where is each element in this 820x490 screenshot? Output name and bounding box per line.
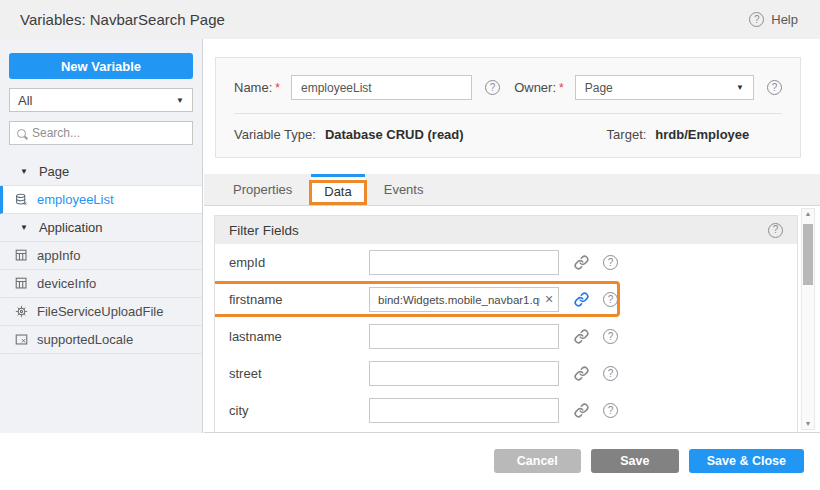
tab-label: Data	[324, 184, 351, 199]
sidebar-item-label: deviceInfo	[37, 276, 96, 291]
chevron-down-icon: ▼	[736, 83, 744, 92]
data-tab-content: Filter Fields ? empId?firstname×?lastnam…	[204, 206, 820, 433]
filter-field-help-icon[interactable]: ?	[603, 403, 618, 418]
locale-icon	[14, 333, 28, 346]
sidebar-item-label: supportedLocale	[37, 332, 133, 347]
page-title: Variables: NavbarSearch Page	[20, 11, 225, 28]
dialog-footer: CancelSaveSave & Close	[0, 433, 820, 490]
sidebar-item-deviceinfo[interactable]: deviceInfo	[0, 270, 202, 298]
tab-properties[interactable]: Properties	[214, 174, 311, 205]
filter-field-label: firstname	[229, 292, 369, 307]
tree-group-page[interactable]: ▼Page	[0, 158, 202, 186]
bind-link-icon[interactable]	[574, 366, 589, 381]
filter-field-input[interactable]	[369, 250, 559, 275]
filter-field-help-icon[interactable]: ?	[603, 366, 618, 381]
scrollbar-track[interactable]	[802, 219, 814, 419]
owner-value: Page	[585, 81, 613, 95]
bind-link-icon[interactable]	[574, 329, 589, 344]
target-value: hrdb/Employee	[655, 127, 749, 142]
chevron-down-icon: ▼	[176, 96, 184, 105]
collapse-icon: ▼	[20, 167, 28, 176]
clear-binding-icon[interactable]: ×	[541, 288, 557, 309]
gear-icon	[14, 305, 28, 318]
variable-type-filter-value: All	[18, 93, 32, 108]
grid-icon	[14, 277, 28, 290]
sidebar-item-label: appInfo	[37, 248, 80, 263]
tree-group-label: Page	[39, 164, 69, 179]
sidebar-item-employeelist[interactable]: employeeList	[0, 186, 202, 214]
filter-field-label: street	[229, 366, 369, 381]
filter-field-help-icon[interactable]: ?	[603, 329, 618, 344]
sidebar-item-appinfo[interactable]: appInfo	[0, 242, 202, 270]
filter-field-help-icon[interactable]: ?	[603, 292, 618, 307]
variables-tree: ▼PageemployeeList▼ApplicationappInfodevi…	[0, 158, 202, 354]
tab-data[interactable]: Data	[311, 174, 364, 205]
save-button[interactable]: Save	[591, 449, 679, 473]
help-button[interactable]: ? Help	[749, 12, 798, 27]
bind-link-icon[interactable]	[574, 255, 589, 270]
target-label: Target:	[607, 127, 647, 142]
new-variable-button[interactable]: New Variable	[9, 53, 193, 79]
help-icon: ?	[749, 12, 764, 27]
variable-detail-panel: Name:* ? Owner:* Page ▼ ? Variable Type:…	[204, 39, 820, 433]
tree-group-application[interactable]: ▼Application	[0, 214, 202, 242]
scroll-down-icon[interactable]: ▼	[805, 419, 812, 429]
detail-tabbar: PropertiesDataEvents	[204, 174, 820, 206]
search-box	[9, 121, 193, 145]
bind-link-icon[interactable]	[574, 403, 589, 418]
name-help-icon[interactable]: ?	[485, 80, 500, 95]
search-icon	[17, 129, 26, 138]
sidebar-item-supportedlocale[interactable]: supportedLocale	[0, 326, 202, 354]
variable-type-filter-select[interactable]: All ▼	[9, 88, 193, 112]
tab-events[interactable]: Events	[365, 174, 443, 205]
filter-row-firstname: firstname×?	[215, 281, 797, 318]
grid-icon	[14, 249, 28, 262]
owner-label: Owner:*	[514, 80, 564, 95]
variable-info-panel: Name:* ? Owner:* Page ▼ ? Variable Type:…	[215, 57, 801, 158]
filter-row-city: city?	[215, 392, 797, 429]
variable-name-input[interactable]	[291, 75, 472, 100]
panel-divider	[234, 113, 782, 114]
filter-field-input-wrap	[369, 361, 559, 386]
tab-label: Properties	[233, 182, 292, 197]
filter-row-lastname: lastname?	[215, 318, 797, 355]
search-input[interactable]	[32, 126, 182, 140]
help-label: Help	[771, 12, 798, 27]
required-asterisk: *	[275, 81, 280, 95]
dialog-header: Variables: NavbarSearch Page ? Help	[0, 0, 820, 39]
filter-field-input-wrap	[369, 324, 559, 349]
variable-type-label: Variable Type:	[234, 127, 316, 142]
scroll-up-icon[interactable]: ▲	[805, 209, 812, 219]
filter-row-street: street?	[215, 355, 797, 392]
filter-field-help-icon[interactable]: ?	[603, 255, 618, 270]
filter-field-label: empId	[229, 255, 369, 270]
filter-field-input-wrap	[369, 398, 559, 423]
variables-sidebar: New Variable All ▼ ▼PageemployeeList▼App…	[0, 39, 203, 433]
filter-field-input-wrap: ×	[369, 287, 559, 312]
variable-type-value: Database CRUD (read)	[325, 127, 464, 142]
cancel-button[interactable]: Cancel	[494, 449, 581, 473]
database-icon	[14, 193, 28, 206]
vertical-scrollbar[interactable]: ▲ ▼	[801, 208, 815, 430]
bind-link-icon[interactable]	[574, 292, 589, 307]
owner-help-icon[interactable]: ?	[767, 80, 782, 95]
filter-field-input[interactable]	[369, 287, 559, 312]
filter-field-label: lastname	[229, 329, 369, 344]
scrollbar-thumb[interactable]	[803, 224, 813, 285]
owner-select[interactable]: Page ▼	[575, 75, 754, 100]
filter-field-input-wrap	[369, 250, 559, 275]
sidebar-item-fileserviceuploadfile[interactable]: FileServiceUploadFile	[0, 298, 202, 326]
save-close-button[interactable]: Save & Close	[689, 449, 804, 473]
filter-field-input[interactable]	[369, 324, 559, 349]
filter-field-input[interactable]	[369, 361, 559, 386]
tab-label: Events	[384, 182, 424, 197]
collapse-icon: ▼	[20, 223, 28, 232]
filter-field-label: city	[229, 403, 369, 418]
required-asterisk: *	[559, 81, 564, 95]
sidebar-item-label: employeeList	[37, 192, 114, 207]
tree-group-label: Application	[39, 220, 103, 235]
sidebar-item-label: FileServiceUploadFile	[37, 304, 163, 319]
filter-fields-help-icon[interactable]: ?	[768, 223, 783, 238]
filter-field-input[interactable]	[369, 398, 559, 423]
filter-fields-title: Filter Fields	[229, 223, 299, 238]
